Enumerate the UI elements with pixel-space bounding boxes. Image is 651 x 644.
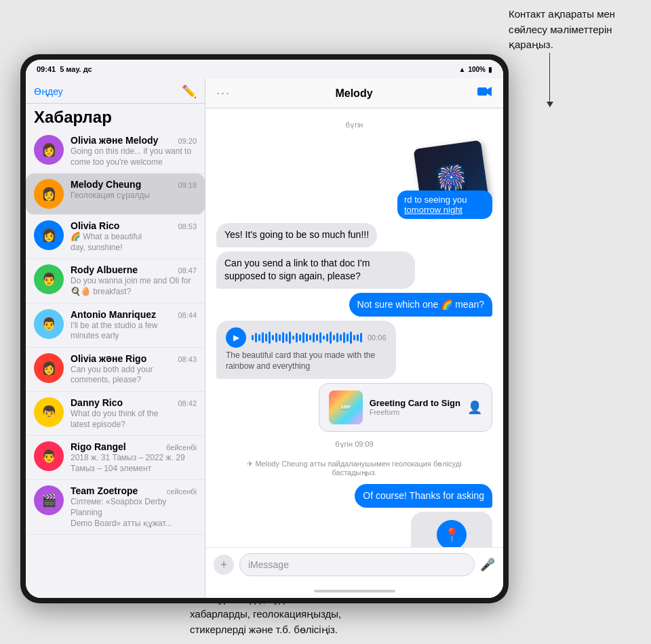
- annotation-top: Контакт ақпараты мен сөйлесу мәліметтері…: [509, 7, 644, 53]
- conv-preview: 2018 ж. 31 Тамыз – 2022 ж. 29Тамыз – 104…: [71, 453, 197, 474]
- conversation-list: 👩 Olivia және Melody 09:20 Going on this…: [26, 129, 205, 598]
- freeform-title: Greeting Card to Sign: [370, 398, 460, 408]
- audio-caption: The beautiful card that you made with th…: [226, 350, 387, 371]
- avatar-rigo-rangel: 👨: [34, 441, 64, 471]
- message-input[interactable]: iMessage: [239, 553, 475, 576]
- conv-name: Rody Albuerne: [71, 264, 138, 275]
- message-row-doc-link: Can you send a link to that doc I'm supp…: [216, 251, 492, 289]
- message-row-thanks: Of course! Thanks for asking: [216, 484, 492, 508]
- message-row-image-outgoing: 🎆 rd to seeing you tomorrow night: [216, 138, 492, 219]
- conv-name: Melody Cheung: [71, 179, 141, 190]
- conversation-item-rigo-rangel[interactable]: 👨 Rigo Rangel бейсенбі 2018 ж. 31 Тамыз …: [26, 436, 205, 480]
- conv-name: Olivia және Rigo: [71, 353, 146, 364]
- conv-time: бейсенбі: [166, 443, 197, 451]
- conv-preview: I'll be at the studio a fewminutes early: [71, 321, 197, 342]
- conv-preview: Сілтеме: «Soapbox Derby PlanningDemo Boa…: [71, 497, 197, 529]
- ipad-screen: 09:41 5 мау. дс ▲ 100% ▮ Өңдеу ✏️ Хабарл…: [26, 60, 503, 598]
- conv-time: 08:53: [178, 222, 197, 230]
- conv-preview: Do you wanna join me and Oli for🍳🥚 break…: [71, 276, 197, 297]
- conv-time: 08:42: [178, 399, 197, 407]
- message-row-audio: ▶: [216, 321, 492, 378]
- conversation-item-melody-cheung[interactable]: 👩 Melody Cheung 09:18 Геолокация сұралды: [26, 174, 205, 215]
- conv-time: сейсенбі: [167, 487, 197, 496]
- svg-rect-0: [477, 87, 487, 96]
- person-icon: 👤: [467, 400, 482, 415]
- message-bubble-not-sure: Not sure which one 🌈 mean?: [349, 293, 492, 317]
- avatar-olivia-melody: 👩: [34, 135, 64, 165]
- conv-time: 09:18: [178, 181, 197, 189]
- conversation-item-danny-rico[interactable]: 👦 Danny Rico 08:42 What do you think of …: [26, 392, 205, 436]
- battery-display: 100%: [468, 66, 486, 73]
- input-placeholder: iMessage: [248, 559, 289, 570]
- conv-name: Antonio Manriquez: [71, 309, 156, 320]
- message-row-fun: Yes! It's going to be so much fun!!!: [216, 223, 492, 247]
- freeform-subtitle: Freeform: [370, 408, 460, 416]
- firework-icon: 🎆: [435, 162, 469, 195]
- image-message: 🎆 rd to seeing you tomorrow night: [397, 138, 492, 219]
- outgoing-text-bubble: rd to seeing you tomorrow night: [397, 190, 492, 219]
- video-call-icon[interactable]: [477, 86, 492, 100]
- sidebar-header: Өңдеу ✏️: [26, 79, 205, 104]
- sidebar-title: Хабарлар: [26, 104, 205, 129]
- conversation-item-olivia-rigo[interactable]: 👩 Olivia және Rigo 08:43 Can you both ad…: [26, 348, 205, 392]
- more-options-icon[interactable]: ···: [216, 86, 231, 100]
- conv-preview: What do you think of thelatest episode?: [71, 409, 197, 430]
- compose-button[interactable]: ✏️: [182, 84, 197, 99]
- message-bubble-fun: Yes! It's going to be so much fun!!!: [216, 223, 377, 247]
- conversation-item-team-zoetrope[interactable]: 🎬 Team Zoetrope сейсенбі Сілтеме: «Soapb…: [26, 480, 205, 535]
- message-row-location: 📍 Сұралды: [216, 512, 492, 547]
- underline-text: tomorrow night: [404, 205, 462, 215]
- rainbow-emoji: 🌈: [441, 299, 452, 310]
- conversation-item-olivia-melody[interactable]: 👩 Olivia және Melody 09:20 Going on this…: [26, 129, 205, 174]
- status-left: 09:41 5 мау. дс: [37, 65, 92, 73]
- avatar-antonio-manriquez: 👨: [34, 309, 64, 339]
- battery-icon: ▮: [488, 66, 492, 73]
- add-attachment-button[interactable]: +: [214, 555, 234, 575]
- conversation-item-antonio-manriquez[interactable]: 👨 Antonio Manriquez 08:44 I'll be at the…: [26, 304, 205, 348]
- message-bubble-thanks: Of course! Thanks for asking: [355, 484, 492, 508]
- conv-preview: Can you both add yourcomments, please?: [71, 365, 197, 386]
- status-right: ▲ 100% ▮: [459, 66, 492, 73]
- avatar-olivia-rigo: 👩: [34, 353, 64, 383]
- avatar-danny-rico: 👦: [34, 397, 64, 427]
- location-bubble: 📍 Сұралды: [411, 512, 492, 547]
- conv-time: 08:47: [178, 266, 197, 275]
- message-row-freeform: MRF Greeting Card to Sign Freeform 👤: [216, 383, 492, 432]
- conv-time: 09:20: [178, 137, 197, 145]
- status-bar: 09:41 5 мау. дс ▲ 100% ▮: [26, 60, 503, 79]
- sidebar: Өңдеу ✏️ Хабарлар 👩 Olivia және Melody 0…: [26, 79, 205, 598]
- avatar-melody-cheung: 👩: [34, 179, 64, 209]
- date-label-2: бүгін 09:09: [216, 440, 492, 449]
- conv-name: Team Zoetrope: [71, 485, 138, 496]
- audio-waveform: [252, 331, 362, 344]
- avatar-rody-albuerne: 👨: [34, 264, 64, 294]
- conversation-item-rody-albuerne[interactable]: 👨 Rody Albuerne 08:47 Do you wanna join …: [26, 259, 205, 303]
- microphone-button[interactable]: 🎤: [480, 557, 495, 572]
- main-content: Өңдеу ✏️ Хабарлар 👩 Olivia және Melody 0…: [26, 79, 503, 598]
- date-label-1: бүгін: [216, 121, 492, 129]
- freeform-card[interactable]: MRF Greeting Card to Sign Freeform 👤: [319, 383, 492, 432]
- conv-name: Olivia Rico: [71, 220, 119, 231]
- audio-duration: 00:06: [368, 334, 387, 342]
- ipad-frame: 09:41 5 мау. дс ▲ 100% ▮ Өңдеу ✏️ Хабарл…: [20, 54, 509, 603]
- home-indicator: [205, 584, 503, 598]
- location-icon: 📍: [437, 520, 467, 547]
- avatar-team-zoetrope: 🎬: [34, 485, 64, 515]
- conversation-item-olivia-rico[interactable]: 👩 Olivia Rico 08:53 🌈 What a beautifulda…: [26, 215, 205, 259]
- conv-preview: Геолокация сұралды: [71, 190, 197, 201]
- chat-messages: бүгін 🎆 rd to seeing you tomorrow night: [205, 108, 503, 547]
- conv-name: Rigo Rangel: [71, 441, 126, 452]
- message-bubble-doc-link: Can you send a link to that doc I'm supp…: [216, 251, 415, 289]
- chat-header: ··· Melody: [205, 79, 503, 108]
- chat-input-area: + iMessage 🎤: [205, 547, 503, 584]
- chat-contact-name[interactable]: Melody: [335, 87, 372, 100]
- freeform-thumbnail: MRF: [329, 390, 363, 424]
- conv-time: 08:43: [178, 355, 197, 363]
- play-button[interactable]: ▶: [226, 327, 246, 348]
- date-display: 5 мау. дс: [60, 65, 92, 73]
- chat-panel: ··· Melody бүгін: [205, 79, 503, 598]
- edit-button[interactable]: Өңдеу: [34, 86, 63, 97]
- conv-preview: 🌈 What a beautifulday, sunshine!: [71, 232, 197, 253]
- conv-preview: Going on this ride... if you want tocome…: [71, 146, 197, 167]
- system-message: ✈ Melody Cheung атты пайдаланушымен геол…: [216, 460, 492, 477]
